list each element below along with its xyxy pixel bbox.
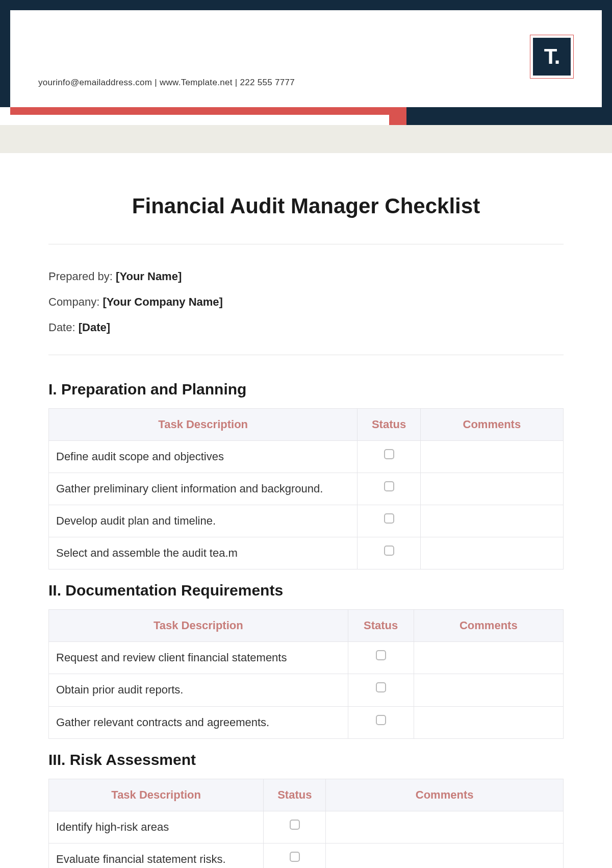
meta-date: Date: [Date] — [48, 321, 564, 334]
header-band: yourinfo@emailaddress.com | www.Template… — [0, 0, 612, 107]
col-status: Status — [264, 779, 326, 811]
logo-icon: T. — [533, 38, 571, 76]
checklist-table-2: Task Description Status Comments Request… — [48, 609, 564, 738]
checkbox-icon[interactable] — [384, 513, 394, 524]
meta-value: [Date] — [79, 321, 110, 334]
comments-cell[interactable] — [414, 706, 563, 738]
checkbox-icon[interactable] — [376, 682, 386, 692]
task-cell: Evaluate financial statement risks. — [49, 843, 264, 868]
col-comments: Comments — [414, 610, 563, 642]
section-heading-1: I. Preparation and Planning — [48, 381, 564, 398]
table-row: Gather preliminary client information an… — [49, 473, 564, 505]
meta-label: Prepared by: — [48, 270, 116, 283]
col-task: Task Description — [49, 610, 348, 642]
col-task: Task Description — [49, 779, 264, 811]
comments-cell[interactable] — [414, 674, 563, 706]
checkbox-icon[interactable] — [290, 820, 300, 830]
document-content: Financial Audit Manager Checklist Prepar… — [0, 153, 612, 868]
checkbox-icon[interactable] — [384, 545, 394, 556]
comments-cell[interactable] — [326, 843, 564, 868]
task-cell: Identify high-risk areas — [49, 811, 264, 843]
meta-value: [Your Company Name] — [103, 295, 223, 308]
checkbox-icon[interactable] — [376, 650, 386, 660]
task-cell: Request and review client financial stat… — [49, 642, 348, 674]
meta-block: Prepared by: [Your Name] Company: [Your … — [48, 270, 564, 334]
status-cell — [358, 505, 420, 537]
status-cell — [264, 811, 326, 843]
title-rule — [48, 244, 564, 244]
task-cell: Gather relevant contracts and agreements… — [49, 706, 348, 738]
checkbox-icon[interactable] — [290, 852, 300, 862]
comments-cell[interactable] — [420, 505, 563, 537]
task-cell: Develop audit plan and timeline. — [49, 505, 358, 537]
checkbox-icon[interactable] — [384, 449, 394, 459]
checkbox-icon[interactable] — [384, 481, 394, 491]
table-row: Obtain prior audit reports. — [49, 674, 564, 706]
status-cell — [348, 706, 414, 738]
task-cell: Define audit scope and objectives — [49, 441, 358, 473]
header-cream-band — [0, 125, 612, 153]
meta-company: Company: [Your Company Name] — [48, 295, 564, 309]
task-cell: Gather preliminary client information an… — [49, 473, 358, 505]
table-row: Gather relevant contracts and agreements… — [49, 706, 564, 738]
comments-cell[interactable] — [420, 473, 563, 505]
task-cell: Obtain prior audit reports. — [49, 674, 348, 706]
col-task: Task Description — [49, 409, 358, 441]
logo-box: T. — [530, 35, 574, 79]
table-row: Identify high-risk areas — [49, 811, 564, 843]
col-comments: Comments — [326, 779, 564, 811]
status-cell — [348, 674, 414, 706]
col-status: Status — [348, 610, 414, 642]
meta-rule — [48, 355, 564, 355]
header-divider — [0, 107, 612, 125]
contact-line: yourinfo@emailaddress.com | www.Template… — [38, 78, 295, 88]
comments-cell[interactable] — [326, 811, 564, 843]
checklist-table-1: Task Description Status Comments Define … — [48, 408, 564, 569]
status-cell — [264, 843, 326, 868]
checklist-table-3: Task Description Status Comments Identif… — [48, 779, 564, 868]
col-status: Status — [358, 409, 420, 441]
comments-cell[interactable] — [420, 537, 563, 569]
table-row: Evaluate financial statement risks. — [49, 843, 564, 868]
comments-cell[interactable] — [414, 642, 563, 674]
col-comments: Comments — [420, 409, 563, 441]
table-row: Define audit scope and objectives — [49, 441, 564, 473]
status-cell — [358, 473, 420, 505]
task-cell: Select and assemble the audit tea.m — [49, 537, 358, 569]
header-inner: yourinfo@emailaddress.com | www.Template… — [10, 10, 602, 107]
page-title: Financial Audit Manager Checklist — [48, 194, 564, 218]
meta-label: Company: — [48, 295, 103, 308]
table-row: Develop audit plan and timeline. — [49, 505, 564, 537]
checkbox-icon[interactable] — [376, 715, 386, 725]
status-cell — [358, 441, 420, 473]
table-row: Request and review client financial stat… — [49, 642, 564, 674]
status-cell — [348, 642, 414, 674]
section-heading-3: III. Risk Assessment — [48, 751, 564, 768]
meta-value: [Your Name] — [116, 270, 182, 283]
section-heading-2: II. Documentation Requirements — [48, 582, 564, 599]
table-row: Select and assemble the audit tea.m — [49, 537, 564, 569]
comments-cell[interactable] — [420, 441, 563, 473]
meta-label: Date: — [48, 321, 79, 334]
status-cell — [358, 537, 420, 569]
meta-prepared-by: Prepared by: [Your Name] — [48, 270, 564, 283]
